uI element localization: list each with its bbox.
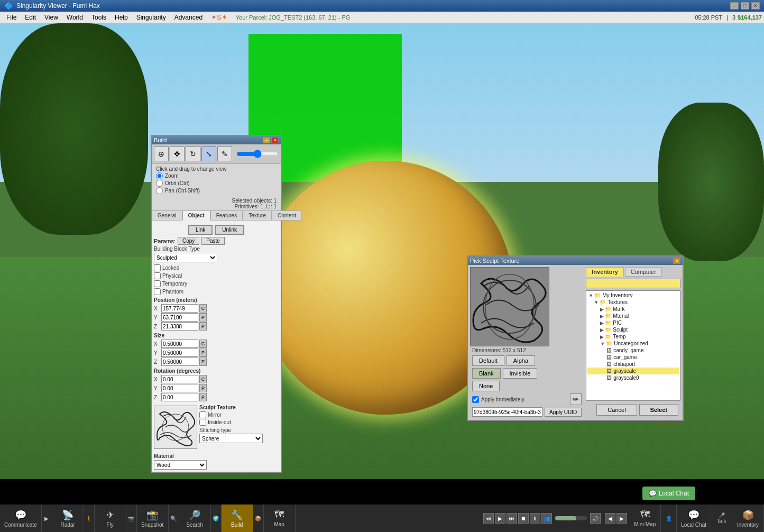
menu-tools[interactable]: Tools: [87, 13, 111, 22]
audio-stop-btn[interactable]: ⏹: [518, 513, 529, 524]
toolbar-build[interactable]: 🔧 Build: [222, 505, 253, 532]
audio-play-btn[interactable]: ▶: [495, 513, 505, 524]
list-item[interactable]: 🖼 grayscale0: [587, 374, 679, 381]
invisible-btn[interactable]: Invisible: [503, 368, 538, 379]
blank-btn[interactable]: Blank: [472, 368, 501, 379]
minimap-nav-left[interactable]: ◀: [605, 513, 615, 524]
pencil-btn[interactable]: ✏: [570, 393, 582, 405]
select-button[interactable]: Select: [639, 404, 678, 416]
list-item[interactable]: ▶ 📁 Sculpt: [587, 326, 679, 333]
toolbar-radar[interactable]: 📡 Radar: [52, 505, 84, 532]
rot-x-input[interactable]: [161, 375, 198, 383]
toolbar-talk[interactable]: 🎤 Talk: [711, 505, 732, 532]
pan-radio[interactable]: [156, 187, 163, 194]
size-x-input[interactable]: [161, 340, 198, 348]
focus-tool-btn[interactable]: ⊕: [154, 146, 169, 161]
zoom-radio[interactable]: [156, 172, 163, 179]
toolbar-search[interactable]: 🔎 Search: [179, 505, 211, 532]
menu-world[interactable]: World: [62, 13, 87, 22]
material-select[interactable]: Wood Stone Metal Glass Plastic Rubber Fl…: [154, 460, 207, 470]
phantom-checkbox[interactable]: [154, 288, 161, 295]
move-tool-btn[interactable]: ✥: [170, 146, 185, 161]
audio-people-btn[interactable]: 👥: [541, 513, 552, 524]
tab-features[interactable]: Features: [210, 210, 243, 221]
rot-y-p-btn[interactable]: P: [199, 384, 207, 392]
list-item[interactable]: ▶ 📁 Temp: [587, 333, 679, 340]
toolbar-local-chat[interactable]: 💬 Local Chat: [677, 505, 711, 532]
minimize-button[interactable]: ─: [730, 2, 739, 10]
locked-checkbox[interactable]: [154, 264, 161, 271]
list-item[interactable]: 🖼 grayscale: [587, 368, 679, 374]
apply-uuid-btn[interactable]: Apply UUID: [545, 408, 582, 417]
physical-checkbox[interactable]: [154, 272, 161, 279]
toolbar-fly[interactable]: ✈ Fly: [95, 505, 126, 532]
list-item[interactable]: ▶ 📁 PIC: [587, 319, 679, 326]
list-item[interactable]: 🖼 chibaport: [587, 361, 679, 368]
tab-computer[interactable]: Computer: [625, 267, 662, 277]
audio-volume-btn[interactable]: 🔊: [590, 513, 601, 524]
minimap-nav-right[interactable]: ▶: [616, 513, 627, 524]
toolbar-search-icon-btn[interactable]: 🔍: [169, 505, 179, 532]
list-item[interactable]: ▶ 📁 Mterial: [587, 313, 679, 319]
menu-advanced[interactable]: Advanced: [170, 13, 207, 22]
pos-y-input[interactable]: [161, 313, 198, 322]
toolbar-avatar[interactable]: 👤: [661, 505, 677, 532]
local-chat-button[interactable]: 💬 Local Chat: [642, 487, 695, 500]
tab-inventory[interactable]: Inventory: [586, 267, 624, 277]
link-button[interactable]: Link: [188, 225, 213, 235]
block-type-select[interactable]: Sculpted Box Sphere: [154, 253, 217, 262]
zoom-slider[interactable]: [236, 146, 279, 161]
menu-file[interactable]: File: [2, 13, 21, 22]
mirror-checkbox[interactable]: [199, 411, 206, 418]
list-item[interactable]: 🖼 car_game: [587, 354, 679, 361]
menu-edit[interactable]: Edit: [21, 13, 40, 22]
close-button[interactable]: ✕: [751, 2, 760, 10]
audio-next-btn[interactable]: ⏭: [507, 513, 517, 524]
audio-pause-btn[interactable]: ⏸: [530, 513, 540, 524]
rotate-tool-btn[interactable]: ↻: [186, 146, 200, 161]
toolbar-communicate[interactable]: 💬 Communicate: [0, 505, 42, 532]
inside-out-checkbox[interactable]: [199, 419, 206, 426]
audio-prev-btn[interactable]: ⏮: [483, 513, 494, 524]
pos-y-p-btn[interactable]: P: [199, 313, 207, 322]
scale-tool-btn[interactable]: ⤡: [201, 146, 216, 161]
panel-minimize-btn[interactable]: ─: [263, 137, 270, 143]
pos-z-p-btn[interactable]: P: [199, 322, 207, 331]
size-z-p-btn[interactable]: P: [199, 357, 207, 366]
stitching-select[interactable]: Sphere Torus Cylinder Plane: [199, 434, 263, 443]
toolbar-snapshot[interactable]: 📸 Snapshot: [137, 505, 169, 532]
size-x-c-btn[interactable]: C: [199, 340, 207, 348]
pos-x-c-btn[interactable]: C: [199, 304, 207, 313]
rot-z-p-btn[interactable]: P: [199, 393, 207, 401]
toolbar-figure[interactable]: 🚶: [84, 505, 95, 532]
uuid-input[interactable]: [472, 407, 542, 417]
toolbar-box[interactable]: 📦: [253, 505, 264, 532]
alpha-btn[interactable]: Alpha: [507, 355, 535, 366]
list-item[interactable]: ▼ 📁 Uncategorized: [587, 340, 679, 347]
list-item[interactable]: ▶ 📁 Mark: [587, 306, 679, 313]
default-btn[interactable]: Default: [472, 355, 504, 366]
list-item[interactable]: ▼ 📁 Textures: [587, 299, 679, 306]
maximize-button[interactable]: □: [741, 2, 749, 10]
menu-help[interactable]: Help: [111, 13, 132, 22]
tab-content[interactable]: Content: [272, 210, 302, 221]
rot-y-input[interactable]: [161, 384, 198, 392]
menu-view[interactable]: View: [40, 13, 62, 22]
create-tool-btn[interactable]: ✎: [217, 146, 232, 161]
inventory-tree[interactable]: ▼ 📁 My Inventory ▼ 📁 Textures ▶ 📁 Mark: [586, 290, 680, 401]
tab-general[interactable]: General: [152, 210, 182, 221]
orbit-radio[interactable]: [156, 180, 163, 187]
rot-x-c-btn[interactable]: C: [199, 375, 207, 383]
sculpt-preview[interactable]: [154, 406, 197, 449]
menu-singularity[interactable]: Singularity: [132, 13, 170, 22]
copy-button[interactable]: Copy: [178, 237, 199, 245]
inventory-search[interactable]: [586, 279, 680, 288]
rot-z-input[interactable]: [161, 393, 198, 401]
pos-z-input[interactable]: [161, 322, 198, 331]
unlink-button[interactable]: Unlink: [215, 225, 244, 235]
size-y-p-btn[interactable]: P: [199, 348, 207, 357]
none-btn[interactable]: None: [472, 381, 500, 391]
toolbar-arrow-1[interactable]: ▶: [42, 505, 52, 532]
toolbar-map[interactable]: 🗺 Map: [264, 505, 296, 532]
panel-close-btn[interactable]: ✕: [271, 137, 279, 143]
